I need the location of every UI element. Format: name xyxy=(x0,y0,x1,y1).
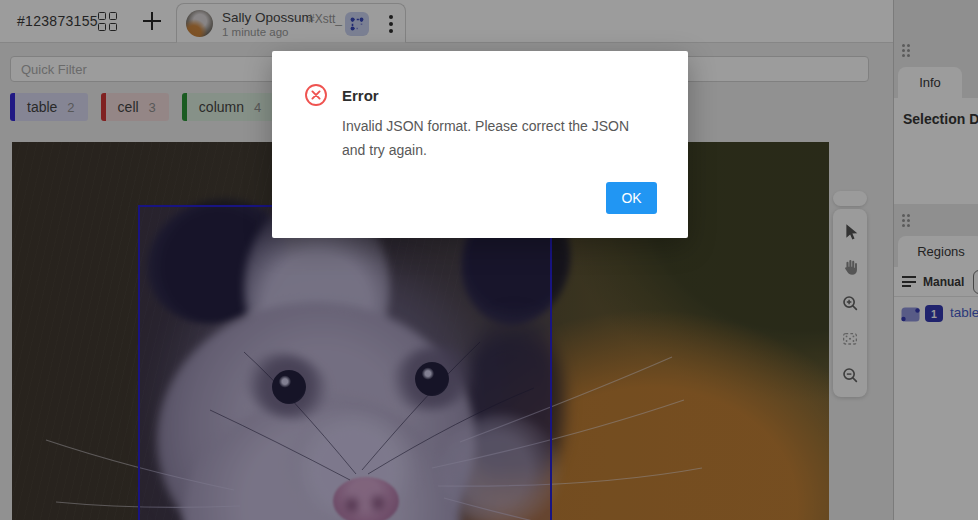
modal-title: Error xyxy=(342,87,379,104)
modal-message: Invalid JSON format. Please correct the … xyxy=(342,114,654,162)
error-modal: Error Invalid JSON format. Please correc… xyxy=(272,51,688,238)
annotation-app: #123873155 Sally Opossum #Xstt_ 1 minute… xyxy=(0,0,978,520)
ok-button[interactable]: OK xyxy=(606,182,657,214)
error-circle-x-icon xyxy=(304,83,328,111)
